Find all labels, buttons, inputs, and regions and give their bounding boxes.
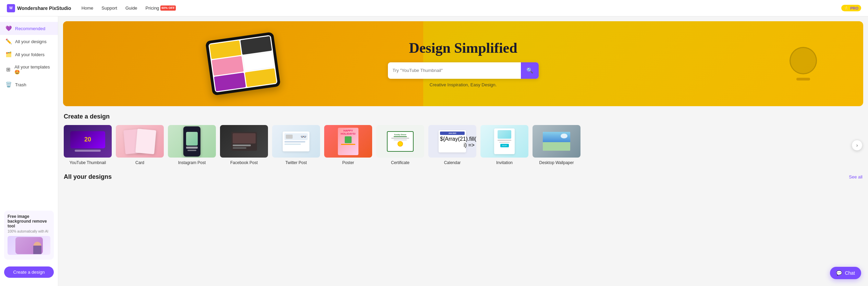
create-design-button[interactable]: Create a design bbox=[4, 266, 54, 278]
main-content: Design Simplified 🔍 Creative Inspiration… bbox=[58, 16, 868, 286]
design-card-wallpaper[interactable]: Desktop Wallpaper bbox=[533, 125, 580, 165]
card-label: Card bbox=[116, 160, 164, 165]
top-navigation: W Wondershare PixStudio Home Support Gui… bbox=[0, 0, 868, 16]
card-img-twitter: 👓 bbox=[272, 125, 320, 158]
sidebar-item-all-folders[interactable]: 🗂️ All your folders bbox=[0, 48, 58, 61]
sidebar-item-recommended[interactable]: 💜 Recommended bbox=[0, 22, 58, 35]
hero-search-bar: 🔍 bbox=[388, 62, 539, 79]
folder-icon: 🗂️ bbox=[5, 51, 12, 58]
sidebar-item-label: Trash bbox=[15, 82, 26, 87]
nav-support[interactable]: Support bbox=[101, 5, 117, 11]
promo-figure bbox=[15, 237, 43, 254]
hero-deco-circle bbox=[790, 47, 817, 74]
tablet-mockup bbox=[205, 32, 281, 96]
ts-cell-3 bbox=[212, 56, 244, 76]
nav-guide[interactable]: Guide bbox=[125, 5, 137, 11]
search-icon: 🔍 bbox=[526, 67, 533, 74]
sidebar-item-label: All your templates 🤩 bbox=[14, 64, 52, 75]
brand-name: Wondershare PixStudio bbox=[17, 5, 71, 11]
sidebar-promo: Free image background remove tool 100% a… bbox=[4, 211, 54, 260]
card-label: Instagram Post bbox=[168, 160, 216, 165]
card-label: Facebook Post bbox=[220, 160, 268, 165]
card-label: Poster bbox=[324, 160, 372, 165]
grid-icon: ⊞ bbox=[5, 66, 11, 73]
chevron-right-icon: › bbox=[856, 142, 858, 148]
ts-cell-5 bbox=[214, 73, 246, 91]
pricing-off-badge: 60% OFF bbox=[160, 5, 176, 11]
pencil-icon: ✏️ bbox=[5, 38, 12, 45]
hero-search-button[interactable]: 🔍 bbox=[521, 62, 539, 79]
nav-home[interactable]: Home bbox=[82, 5, 94, 11]
nav-pricing-label: Pricing bbox=[146, 5, 159, 11]
promo-image bbox=[8, 236, 50, 255]
sidebar-item-trash[interactable]: 🗑️ Trash bbox=[0, 78, 58, 91]
sidebar-item-label: Recommended bbox=[15, 26, 45, 31]
hero-center: Design Simplified 🔍 Creative Inspiration… bbox=[388, 40, 539, 87]
hero-bg-left bbox=[63, 21, 423, 106]
chat-button[interactable]: 💬 Chat bbox=[830, 267, 861, 279]
card-label: Certificate bbox=[376, 160, 424, 165]
card-label: YouTube Thumbnail bbox=[64, 160, 112, 165]
card-img-youtube: 20 bbox=[64, 125, 112, 158]
sidebar-item-all-templates[interactable]: ⊞ All your templates 🤩 bbox=[0, 61, 58, 78]
card-img-card bbox=[116, 125, 164, 158]
card-img-certificate: Sunday Dinner bbox=[376, 125, 424, 158]
sidebar-item-all-designs[interactable]: ✏️ All your designs bbox=[0, 35, 58, 48]
design-card-certificate[interactable]: Sunday Dinner Certificate bbox=[376, 125, 424, 165]
brand-logo: W bbox=[7, 4, 15, 12]
hero-banner: Design Simplified 🔍 Creative Inspiration… bbox=[63, 21, 863, 106]
card-img-instagram bbox=[168, 125, 216, 158]
create-section-title: Create a design bbox=[64, 113, 110, 120]
sidebar-item-label: All your designs bbox=[15, 39, 47, 44]
card-img-poster: HAPPYHOLIDAYS! bbox=[324, 125, 372, 158]
hero-bg-right bbox=[743, 21, 863, 106]
all-designs-title: All your designs bbox=[64, 173, 112, 181]
chat-label: Chat bbox=[845, 270, 855, 276]
card-label: Twitter Post bbox=[272, 160, 320, 165]
pro-badge[interactable]: ⭐ PRO bbox=[841, 5, 861, 11]
hero-deco-bar bbox=[796, 78, 810, 80]
card-img-calendar: JAN 2023 ${Array(21).fill(0).map((_, i) … bbox=[428, 125, 476, 158]
trash-icon: 🗑️ bbox=[5, 82, 12, 88]
promo-subtitle: 100% automatically with AI bbox=[8, 229, 50, 233]
design-card-invitation[interactable]: RSVP Invitation bbox=[480, 125, 528, 165]
chat-icon: 💬 bbox=[836, 270, 842, 276]
heart-icon: 💜 bbox=[5, 25, 12, 32]
card-label: Calendar bbox=[428, 160, 476, 165]
hero-title: Design Simplified bbox=[388, 40, 539, 56]
all-designs-section-header: All your designs See all bbox=[64, 173, 863, 181]
carousel-next-button[interactable]: › bbox=[852, 140, 863, 151]
brand[interactable]: W Wondershare PixStudio bbox=[7, 4, 71, 12]
create-section-header: Create a design bbox=[64, 113, 863, 120]
design-card-poster[interactable]: HAPPYHOLIDAYS! Poster bbox=[324, 125, 372, 165]
tablet-screen bbox=[208, 35, 278, 92]
promo-title: Free image background remove tool bbox=[8, 214, 50, 228]
design-card-youtube-thumbnail[interactable]: 20 YouTube Thumbnail bbox=[64, 125, 112, 165]
content-area: Create a design 20 YouTube bbox=[58, 106, 868, 192]
ts-cell-4 bbox=[243, 52, 274, 71]
design-card-twitter[interactable]: 👓 Twitter Post bbox=[272, 125, 320, 165]
ts-cell-6 bbox=[245, 68, 277, 87]
see-all-link[interactable]: See all bbox=[849, 174, 863, 179]
card-label: Desktop Wallpaper bbox=[533, 160, 580, 165]
hero-subtitle: Creative Inspiration, Easy Design. bbox=[388, 82, 539, 87]
card-img-wallpaper bbox=[533, 125, 580, 158]
card-label: Invitation bbox=[480, 160, 528, 165]
hero-search-input[interactable] bbox=[388, 68, 521, 73]
nav-links: Home Support Guide Pricing 60% OFF bbox=[82, 5, 841, 11]
design-card-calendar[interactable]: JAN 2023 ${Array(21).fill(0).map((_, i) … bbox=[428, 125, 476, 165]
nav-pricing[interactable]: Pricing 60% OFF bbox=[146, 5, 176, 11]
sidebar-item-label: All your folders bbox=[15, 52, 45, 57]
sidebar: 💜 Recommended ✏️ All your designs 🗂️ All… bbox=[0, 16, 58, 286]
card-img-facebook bbox=[220, 125, 268, 158]
nav-right: ⭐ PRO bbox=[841, 5, 861, 11]
app-layout: 💜 Recommended ✏️ All your designs 🗂️ All… bbox=[0, 16, 868, 286]
design-card-instagram[interactable]: Instagram Post bbox=[168, 125, 216, 165]
design-cards-row: 20 YouTube Thumbnail bbox=[64, 125, 863, 165]
design-card-facebook[interactable]: Facebook Post bbox=[220, 125, 268, 165]
design-card-card[interactable]: Card bbox=[116, 125, 164, 165]
design-cards-wrapper: 20 YouTube Thumbnail bbox=[64, 125, 863, 165]
card-img-invitation: RSVP bbox=[480, 125, 528, 158]
star-icon: ⭐ bbox=[844, 6, 849, 10]
promo-person bbox=[33, 242, 41, 254]
